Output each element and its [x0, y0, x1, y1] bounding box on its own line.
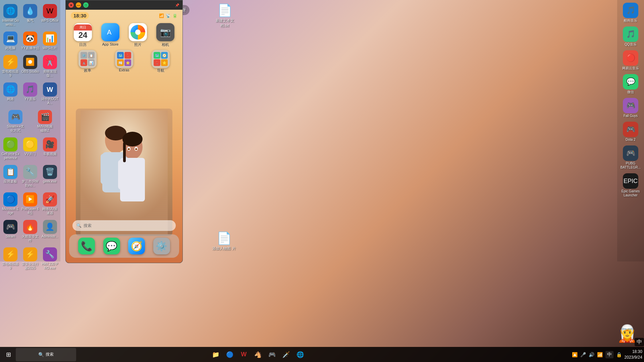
taskbar-edge[interactable]: 🔵 [223, 348, 236, 361]
sidebar-icon-wps[interactable]: W WPS Office [40, 3, 60, 28]
sidebar-icon-huoyan[interactable]: 🔥 火焰安全文件 [20, 219, 40, 244]
sidebar-icon-geek[interactable]: 🗑️ geek.exe [40, 164, 60, 189]
phone-folder-extras[interactable]: 🗺️ 📍 📰 ⭐ Extras [112, 50, 136, 73]
right-icon-epic[interactable]: EPIC Epic Games Launcher [619, 172, 642, 198]
folder-efficiency-label: 效率 [84, 68, 91, 73]
folder-guide-mini-1: 🗺️ [154, 52, 160, 59]
left-sidebar: 🌐 Internet Downlo... 💧 氢气 W WPS Office 💻… [0, 0, 60, 261]
carvideo-icon: 🎥 [43, 137, 57, 152]
netease-label: 网易云音乐 [622, 66, 639, 70]
phone-status-icons: 📶 📡 🔋 [159, 13, 177, 18]
taskbar-search-placeholder: 搜索 [46, 352, 54, 357]
tray-expand-icon[interactable]: 🔼 [572, 352, 578, 357]
sidebar-icon-yymusic[interactable]: 🎵 YY音乐 [20, 81, 40, 106]
phone-app-calendar[interactable]: 周日 24 日历 [71, 23, 95, 47]
pin-button[interactable]: 📌 [174, 2, 180, 8]
sidebar-icon-vv[interactable]: 🟡 VV开门 [20, 136, 40, 161]
phone-search-bar[interactable]: 🔍 搜索 [72, 220, 176, 231]
camera-icon: 📷 [156, 23, 174, 41]
calendar-icon: 周日 24 [74, 23, 92, 41]
desktop-file-new[interactable]: 📄 新建文本文 档.txt [211, 3, 238, 28]
phone-folder-guide[interactable]: 🗺️ 🧭 📍 ⭐ 导航 [149, 50, 172, 73]
tray-shield-icon[interactable]: 🔒 [616, 352, 622, 357]
sidebar-icon-potplayer[interactable]: ▶️ PotPlayer 64位 [20, 191, 40, 216]
sidebar-icon-admin[interactable]: 👤 Administr... [40, 219, 60, 244]
sidebar-icon-steam3[interactable]: 🎮 Steam [1, 219, 20, 244]
right-icon-wechat[interactable]: 💬 微信 [619, 73, 642, 95]
desktop-file-person[interactable]: 📄 添加人物图 片 [211, 231, 237, 251]
taskbar-wps[interactable]: W [237, 348, 251, 361]
taskbar-steam[interactable]: 🎮 [265, 348, 279, 361]
sidebar-icon-uu[interactable]: 🚀 网络UU加速器 [40, 191, 60, 216]
sidebar-icon-luosi[interactable]: 🔧 罗三市(RWB)no... [20, 164, 40, 189]
vv-icon: 🟡 [23, 137, 37, 152]
taskbar-file-explorer[interactable]: 📁 [209, 348, 222, 361]
dota2-label: Dota 2 [626, 138, 635, 142]
sidebar-icon-network[interactable]: 🌐 网路 [1, 81, 20, 106]
sidebar-icon-yylive[interactable]: 🐼 YY直播伴侣 [20, 31, 40, 51]
phone-app-appstore[interactable]: A App Store [99, 23, 122, 47]
tray-ime-icon[interactable]: 中 [605, 351, 613, 358]
right-icon-dota2[interactable]: 🎮 Dota 2 [619, 121, 642, 143]
dock-phone[interactable]: 📞 [78, 238, 95, 254]
wps2-icon: 📊 [43, 32, 57, 46]
dock-safari[interactable]: 🧭 [128, 238, 145, 254]
sidebar-icon-carvideo[interactable]: 🎥 车载视频 [40, 136, 60, 161]
sidebar-icon-internet[interactable]: 🌐 Internet Downlo... [1, 3, 20, 28]
wps-label: WPS Office [41, 19, 59, 23]
sidebar-icon-appstable[interactable]: 📋 应用桌板 [1, 164, 20, 189]
search-bar[interactable]: 🔍 搜索 [16, 348, 76, 361]
taskbar-network[interactable]: 🌐 [293, 348, 307, 361]
ime-indicator[interactable]: 中 [635, 338, 644, 346]
sidebar-icon-word[interactable]: W 词中的DOTA... [40, 81, 60, 106]
sidebar-icon-obs[interactable]: ⏺️ OBS Studio [20, 54, 40, 79]
internet-label: Internet Downlo... [1, 19, 19, 27]
right-icon-pubg[interactable]: 🎮 PUBG BATTLEGR... [619, 144, 642, 171]
tray-time-value: 18:30 [625, 349, 642, 355]
pubg-icon: 🎮 [623, 145, 638, 161]
maximize-button[interactable]: □ [83, 2, 89, 8]
taskbar-sword[interactable]: 🗡️ [279, 348, 293, 361]
qqmusic-label: QQ音乐 [625, 43, 637, 47]
right-sidebar: 🎵 酷狗音乐 🎵 QQ音乐 🔴 网易云音乐 💬 微信 🎮 Fall Guys 🎮… [617, 0, 644, 261]
right-icon-fallguys[interactable]: 🎮 Fall Guys [619, 97, 642, 119]
sidebar-icon-wps2[interactable]: 📊 WPS出片 [40, 31, 60, 51]
close-button[interactable]: ✕ [68, 2, 74, 8]
minimize-button[interactable]: — [76, 2, 81, 8]
sidebar-icon-steampp[interactable]: 🎮 Steam++优化方式 [6, 109, 25, 134]
sidebar-row-3: ⚡ 雷电模拟器9 ⏺️ OBS Studio ✂️ 剪映发现版... [0, 53, 60, 80]
calendar-date: 24 [78, 31, 88, 40]
sidebar-icon-jianjing[interactable]: ✂️ 剪映发现版... [40, 54, 60, 79]
sidebar-row-8: 🔵 Microsoft Edge ▶️ PotPlayer 64位 🚀 网络UU… [0, 190, 60, 218]
sidebar-icon-this-pc[interactable]: 💻 此电脑 [1, 31, 20, 51]
taskbar-right: 🔼 🎤 🔊 📶 中 🔒 18:30 2023/9/24 [572, 349, 642, 360]
taskbar-horse[interactable]: 🐴 [251, 348, 265, 361]
sidebar-icon-mdvd[interactable]: 🎬 MdVd视频磁铁Z [35, 109, 55, 134]
sidebar-icon-hydrogen[interactable]: 💧 氢气 [20, 3, 40, 28]
hyx-label: H¥X 230 PRO.exe [41, 262, 59, 270]
sidebar-icon-hyx[interactable]: 🔧 H¥X 230 PRO.exe [40, 246, 60, 271]
start-button[interactable]: ⊞ [2, 348, 15, 361]
sidebar-icon-thunder-emulator[interactable]: ⚡ 雷电模拟器9 [1, 246, 20, 271]
dota2-icon: 🎮 [623, 122, 638, 137]
dock-settings[interactable]: ⚙️ [153, 238, 170, 254]
tray-network-icon[interactable]: 📶 [597, 352, 603, 357]
svg-point-17 [135, 29, 141, 35]
steampp-icon: 🎮 [8, 110, 22, 124]
phone-app-camera[interactable]: 📷 相机 [154, 23, 177, 47]
sidebar-icon-geforce[interactable]: 🟢 GeForce Experience [1, 136, 20, 161]
right-icon-netease[interactable]: 🔴 网易云音乐 [619, 49, 642, 71]
tray-volume-icon[interactable]: 🔊 [589, 352, 594, 357]
dock-messages[interactable]: 💬 [103, 238, 120, 254]
start-area: ⊞ 🔍 搜索 [2, 348, 76, 361]
tray-clock[interactable]: 18:30 2023/9/24 [625, 349, 642, 360]
sidebar-icon-msedge[interactable]: 🔵 Microsoft Edge [1, 191, 20, 216]
sidebar-icon-thunder[interactable]: ⚡ 雷电模拟器9 [1, 54, 20, 79]
phone-apps: 周日 24 日历 A App Store [66, 23, 182, 76]
right-icon-qqmusic[interactable]: 🎵 QQ音乐 [619, 25, 642, 48]
sidebar-icon-thunder2025[interactable]: ⚡ 雷安全运行器2025 [20, 246, 40, 271]
tray-mic-icon[interactable]: 🎤 [580, 352, 586, 357]
right-icon-kugou[interactable]: 🎵 酷狗音乐 [619, 2, 642, 24]
phone-folder-efficiency[interactable]: ⚙️ 📋 ✂️ 📊 效率 [76, 50, 99, 73]
phone-app-photos[interactable]: 照片 [126, 23, 150, 47]
